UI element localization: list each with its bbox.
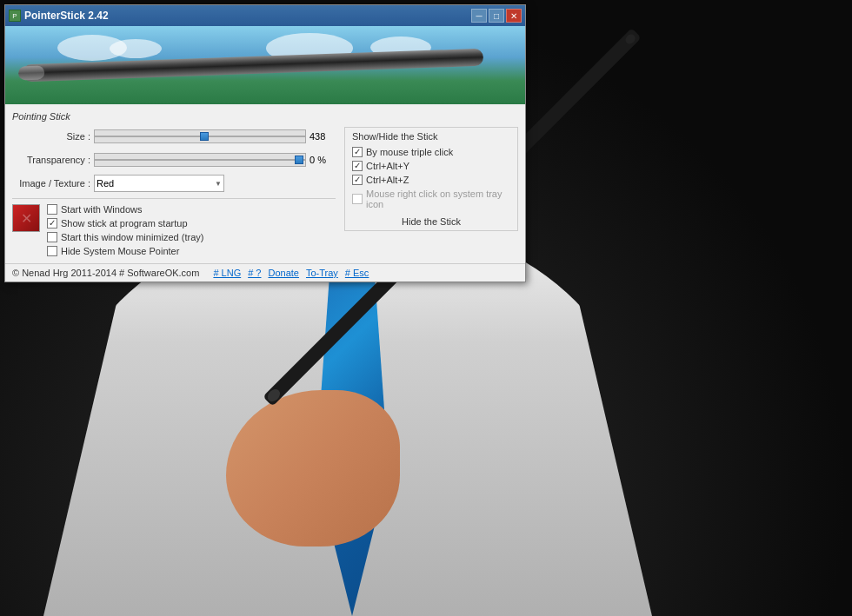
option-triple-click-row: By mouse triple click <box>352 147 510 157</box>
size-slider-container[interactable] <box>94 129 306 143</box>
left-panel: Size : 438 Transparency : 0 % <box>12 127 336 256</box>
show-stick-startup-label: Show stick at program startup <box>61 218 188 229</box>
size-row: Size : 438 <box>12 127 336 146</box>
transparency-slider-track <box>95 159 305 161</box>
app-icon: P <box>9 10 21 22</box>
main-content: Size : 438 Transparency : 0 % <box>12 127 518 256</box>
divider <box>12 198 336 199</box>
footer-link-lng[interactable]: # LNG <box>213 268 241 278</box>
main-window: P PointerStick 2.42 ─ □ ✕ Pointing Stick… <box>4 4 526 282</box>
option-ctrl-alt-y-checkbox[interactable] <box>352 161 363 171</box>
copyright-text: © Nenad Hrg 2011-2014 # SoftwareOK.com <box>12 268 199 278</box>
show-stick-startup-checkbox[interactable] <box>47 218 57 229</box>
footer-link-help[interactable]: # ? <box>248 268 261 278</box>
start-with-windows-row: Start with Windows <box>47 204 203 215</box>
minimize-button[interactable]: ─ <box>471 9 487 23</box>
option-right-click-label: Mouse right click on system tray icon <box>366 189 510 209</box>
start-with-windows-label: Start with Windows <box>61 204 143 215</box>
checkboxes-area: Start with Windows Show stick at program… <box>12 204 336 256</box>
option-right-click-row: Mouse right click on system tray icon <box>352 189 510 209</box>
option-triple-click-checkbox[interactable] <box>352 147 363 157</box>
option-triple-click-label: By mouse triple click <box>366 147 453 157</box>
transparency-value: 0 % <box>310 155 336 165</box>
close-button[interactable]: ✕ <box>506 9 522 23</box>
start-minimized-label: Start this window minimized (tray) <box>61 232 203 242</box>
title-bar[interactable]: P PointerStick 2.42 ─ □ ✕ <box>5 5 525 26</box>
start-with-windows-checkbox[interactable] <box>47 204 57 215</box>
footer-link-esc[interactable]: # Esc <box>345 268 369 278</box>
cloud-2 <box>110 39 162 58</box>
size-label: Size : <box>12 131 90 142</box>
broken-image-icon <box>12 204 40 232</box>
show-hide-title: Show/Hide the Stick <box>352 131 510 142</box>
window-title: PointerStick 2.42 <box>24 10 109 22</box>
transparency-slider-thumb[interactable] <box>295 156 303 164</box>
size-value: 438 <box>310 131 336 142</box>
transparency-label: Transparency : <box>12 155 90 165</box>
hide-mouse-pointer-row: Hide System Mouse Pointer <box>47 246 203 256</box>
option-ctrl-alt-z-label: Ctrl+Alt+Z <box>366 175 409 185</box>
transparency-slider-container[interactable] <box>94 153 306 167</box>
content-area: Pointing Stick Size : 438 Transparency : <box>5 104 525 263</box>
option-ctrl-alt-y-label: Ctrl+Alt+Y <box>366 161 409 171</box>
show-hide-options: By mouse triple click Ctrl+Alt+Y Ctrl+Al… <box>352 147 510 209</box>
title-buttons: ─ □ ✕ <box>471 9 522 23</box>
option-ctrl-alt-z-checkbox[interactable] <box>352 175 363 185</box>
checkboxes-list: Start with Windows Show stick at program… <box>47 204 203 256</box>
app-banner <box>5 26 525 104</box>
hide-mouse-pointer-label: Hide System Mouse Pointer <box>61 246 179 256</box>
title-bar-left: P PointerStick 2.42 <box>9 10 109 22</box>
start-minimized-row: Start this window minimized (tray) <box>47 232 203 242</box>
footer: © Nenad Hrg 2011-2014 # SoftwareOK.com #… <box>5 263 525 282</box>
pointing-stick-section-label: Pointing Stick <box>12 111 518 122</box>
right-panel: Show/Hide the Stick By mouse triple clic… <box>344 127 518 256</box>
option-ctrl-alt-y-row: Ctrl+Alt+Y <box>352 161 510 171</box>
option-ctrl-alt-z-row: Ctrl+Alt+Z <box>352 175 510 185</box>
size-slider-thumb[interactable] <box>200 132 209 141</box>
footer-link-donate[interactable]: Donate <box>268 268 298 278</box>
transparency-row: Transparency : 0 % <box>12 150 336 169</box>
option-right-click-checkbox <box>352 194 363 204</box>
show-stick-startup-row: Show stick at program startup <box>47 218 203 229</box>
maximize-button[interactable]: □ <box>489 9 504 23</box>
hide-stick-button[interactable]: Hide the Stick <box>352 216 510 227</box>
show-hide-section: Show/Hide the Stick By mouse triple clic… <box>344 127 518 231</box>
start-minimized-checkbox[interactable] <box>47 232 57 242</box>
footer-link-tray[interactable]: To-Tray <box>306 268 338 278</box>
texture-select[interactable]: Red ▼ <box>94 175 224 192</box>
texture-selected-value: Red <box>97 178 114 189</box>
select-arrow-icon: ▼ <box>215 180 222 188</box>
texture-row: Image / Texture : Red ▼ <box>12 174 336 193</box>
hide-mouse-pointer-checkbox[interactable] <box>47 246 57 256</box>
texture-label: Image / Texture : <box>12 178 90 189</box>
